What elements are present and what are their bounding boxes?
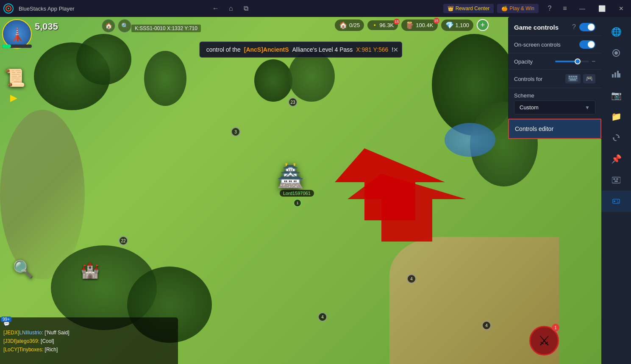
chat-name-3: [LoCY]Tinyboxes: [3, 347, 43, 353]
opacity-slider[interactable]: − [555, 58, 595, 65]
controls-editor-label: Controls editor [515, 125, 553, 132]
controls-panel-icons: ? [572, 23, 595, 31]
svg-rect-14 [613, 178, 615, 180]
hud-icons: 🏠 🔍 [102, 19, 131, 33]
titlebar: BlueStacks App Player ← ⌂ ⧉ 👑 Reward Cen… [0, 0, 631, 17]
reward-center-button[interactable]: 👑 Reward Center [443, 4, 494, 13]
svg-rect-15 [616, 178, 618, 180]
menu-button[interactable]: ≡ [557, 0, 573, 17]
svg-rect-7 [612, 74, 614, 78]
svg-point-18 [614, 200, 615, 202]
notification-banner: control of the [AncS]AncientS Alliance's… [199, 42, 402, 58]
food-icon: 🏠 [339, 21, 347, 29]
play-win-button[interactable]: 🍊 Play & Win [497, 4, 539, 13]
svg-rect-8 [614, 72, 616, 78]
gold-value: 96.3K [379, 22, 394, 28]
svg-rect-27 [570, 78, 572, 79]
dropdown-arrow-icon: ▼ [585, 105, 590, 111]
keyboard-icon[interactable] [565, 74, 581, 83]
maximize-button[interactable]: ⬜ [592, 0, 612, 17]
chat-name-1: [JEDX] [3, 330, 19, 336]
scheme-value: Custom [520, 104, 539, 111]
game-controls-panel: Game controls ? On-screen controls Opaci… [508, 17, 601, 139]
chat-line-2: [J3DI]atego369: [Cool] [3, 338, 175, 345]
controls-for-row: Controls for 🎮 [508, 70, 601, 88]
sidebar-icon-stats[interactable] [601, 64, 631, 85]
player-score: 5,035 [35, 21, 58, 32]
svg-rect-29 [574, 78, 575, 79]
home-button[interactable]: ⌂ [223, 0, 239, 17]
controls-panel-header: Game controls ? [508, 17, 601, 36]
controls-help-icon[interactable]: ? [572, 23, 576, 31]
food-value: 0/25 [349, 22, 360, 28]
gems-icon: 💎 [445, 21, 454, 29]
wood-resource: 🪵 100.4K 15 [401, 19, 437, 31]
play-win-icon: 🍊 [501, 6, 508, 11]
controls-panel-title: Game controls [514, 24, 559, 31]
chat-name-2: [J3DI]atego369: [3, 338, 39, 344]
sidebar-icon-camera[interactable]: 📷 [601, 85, 631, 106]
app-title: BlueStacks App Player [19, 6, 208, 12]
svg-point-6 [614, 51, 618, 55]
slider-knob[interactable] [575, 58, 581, 64]
map-icon-btn[interactable]: 🏠 [102, 19, 115, 33]
on-screen-controls-label: On-screen controls [514, 42, 561, 48]
sidebar-icon-macro[interactable] [601, 169, 631, 191]
play-win-label: Play & Win [509, 6, 534, 11]
back-button[interactable]: ← [208, 0, 223, 17]
controls-editor-button[interactable]: Controls editor [508, 119, 601, 139]
hud-resources: 🏠 0/25 ● 96.3K 15 🪵 100.4K 15 💎 [335, 19, 489, 31]
slider-track [555, 61, 589, 62]
opacity-row: Opacity − [508, 53, 601, 70]
on-screen-controls-toggle[interactable] [579, 40, 595, 49]
notification-coords: X:981 Y:566 [356, 46, 388, 53]
svg-rect-28 [572, 78, 573, 79]
svg-point-2 [8, 8, 9, 9]
notification-text-middle: Alliance's Level 4 Pass [292, 46, 353, 53]
notification-alliance: [AncS]AncientS [244, 46, 289, 53]
help-button[interactable]: ? [542, 0, 557, 17]
sidebar-icon-globe[interactable]: 🌐 [601, 21, 631, 42]
on-screen-controls-row: On-screen controls [508, 36, 601, 53]
right-sidebar: 🌐 📷 📁 📌 [601, 17, 631, 364]
wood-icon: 🪵 [406, 21, 414, 29]
gems-resource: 💎 1,100 [441, 19, 474, 31]
hud-coordinates: K:SSS1-0010 X:1332 Y:710 [131, 25, 201, 32]
add-resources-button[interactable]: + [477, 19, 489, 31]
svg-rect-16 [614, 181, 618, 182]
svg-rect-23 [571, 76, 573, 77]
search-icon-btn[interactable]: 🔍 [118, 19, 131, 33]
sidebar-icon-pin[interactable]: 📌 [601, 148, 631, 169]
svg-rect-9 [617, 71, 619, 78]
notification-close-button[interactable]: ✕ [393, 46, 398, 54]
svg-rect-26 [569, 78, 570, 79]
sidebar-icon-record[interactable] [601, 42, 631, 64]
tabs-button[interactable]: ⧉ [239, 0, 254, 17]
gamepad-icon[interactable]: 🎮 [583, 74, 595, 83]
gems-value: 1,100 [456, 22, 470, 28]
sidebar-icon-folder[interactable]: 📁 [601, 106, 631, 127]
close-button[interactable]: ✕ [612, 0, 631, 17]
opacity-decrease-icon[interactable]: − [592, 58, 595, 65]
sidebar-icon-rotate[interactable] [601, 127, 631, 148]
food-resource: 🏠 0/25 [335, 19, 364, 31]
minimize-button[interactable]: — [573, 0, 592, 17]
bluestacks-logo [0, 0, 17, 17]
scheme-dropdown[interactable]: Custom ▼ [514, 100, 595, 114]
window-controls: — ⬜ ✕ [573, 0, 631, 17]
svg-rect-24 [573, 76, 575, 77]
svg-rect-31 [570, 79, 576, 81]
scheme-label: Scheme [508, 88, 601, 100]
sidebar-icon-controls[interactable] [601, 191, 631, 212]
battle-button[interactable]: ⚔ 1 [529, 326, 559, 356]
svg-rect-13 [612, 177, 620, 183]
svg-rect-30 [575, 78, 577, 79]
game-controls-toggle[interactable] [579, 23, 595, 31]
controls-for-icons: 🎮 [565, 74, 595, 83]
opacity-label: Opacity [514, 58, 533, 65]
notification-text-before: control of the [206, 46, 241, 53]
chat-line-1: [JEDX]LNIllustrio: ['Nuff Said] [3, 329, 175, 336]
gold-resource: ● 96.3K 15 [367, 20, 398, 30]
chat-badge: 99+ [1, 317, 11, 322]
gold-badge: 15 [394, 19, 400, 25]
